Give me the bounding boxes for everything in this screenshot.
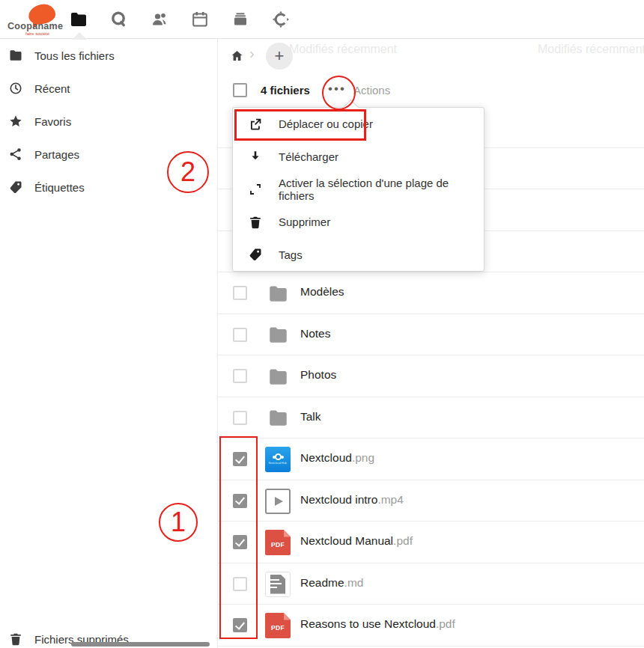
text-line bbox=[270, 587, 277, 589]
selected-count-label: 4 fichiers bbox=[261, 84, 310, 97]
file-row[interactable]: Nextcloud HubNextcloud.png bbox=[218, 438, 644, 480]
text-line bbox=[270, 579, 279, 581]
file-row[interactable]: Notes bbox=[218, 314, 644, 356]
file-checkbox[interactable] bbox=[233, 452, 247, 466]
tag-icon bbox=[249, 248, 262, 261]
file-row[interactable]: PDFReasons to use Nextcloud.pdf bbox=[218, 605, 644, 647]
sidebar-item-favoris[interactable]: Favoris bbox=[0, 105, 217, 138]
select-all-checkbox[interactable] bbox=[233, 83, 247, 97]
range-select-icon bbox=[249, 183, 262, 196]
folder-icon bbox=[9, 49, 22, 62]
breadcrumb-chevron-icon: › bbox=[249, 45, 255, 62]
clock-icon bbox=[9, 82, 22, 95]
menu-item-move-copy[interactable]: Déplacer ou copier bbox=[233, 108, 484, 141]
horizontal-scrollbar[interactable] bbox=[71, 642, 210, 647]
sidebar-item-label: Favoris bbox=[34, 115, 71, 128]
file-checkbox[interactable] bbox=[233, 618, 247, 632]
file-checkbox[interactable] bbox=[233, 369, 247, 383]
trash-icon bbox=[249, 216, 262, 229]
file-name[interactable]: Notes bbox=[300, 327, 331, 340]
coopaname-logo[interactable]: Coopaname faire société bbox=[6, 1, 66, 37]
sidebar-item-tous-les-fichiers[interactable]: Tous les fichiers bbox=[0, 39, 217, 72]
sidebar-item-label: Tous les fichiers bbox=[34, 49, 115, 62]
file-icon bbox=[264, 405, 291, 432]
file-checkbox[interactable] bbox=[233, 535, 247, 549]
file-icon bbox=[264, 280, 291, 307]
sidebar-item--tiquettes[interactable]: Étiquettes bbox=[0, 171, 217, 204]
logo-tagline: faire société bbox=[25, 31, 49, 36]
file-name[interactable]: Photos bbox=[300, 368, 336, 382]
menu-item-label: Tags bbox=[279, 248, 303, 261]
plus-icon: + bbox=[275, 46, 285, 66]
menu-item-tag[interactable]: Tags bbox=[233, 238, 484, 271]
top-app-bar: Coopaname faire société bbox=[0, 0, 644, 39]
ghost-section-header: Modifiés récemment bbox=[538, 43, 644, 56]
file-name-extension: .pdf bbox=[393, 534, 413, 547]
pdf-badge-text: PDF bbox=[271, 541, 285, 548]
file-row[interactable]: PDFNextcloud Manual.pdf bbox=[218, 522, 644, 563]
folder-icon bbox=[266, 325, 291, 345]
menu-item-trash[interactable]: Supprimer bbox=[233, 206, 484, 239]
video-file-icon bbox=[265, 489, 291, 514]
file-checkbox[interactable] bbox=[233, 411, 247, 425]
nextcloud-caption: Nextcloud Hub bbox=[269, 462, 287, 465]
pdf-badge-text: PDF bbox=[271, 624, 285, 632]
file-name[interactable]: Modèles bbox=[300, 285, 344, 299]
app-button-calendar[interactable] bbox=[180, 0, 220, 39]
files-main-view: › + Modifiés récemment Modifiés récemmen… bbox=[217, 39, 644, 648]
menu-item-label: Télécharger bbox=[279, 150, 338, 163]
sidebar-item-r-cent[interactable]: Récent bbox=[0, 72, 217, 105]
file-checkbox[interactable] bbox=[233, 328, 247, 342]
file-checkbox[interactable] bbox=[233, 494, 247, 508]
play-triangle-icon bbox=[275, 497, 283, 506]
file-name-extension: .pdf bbox=[436, 617, 455, 630]
file-name-base: Nextcloud Manual bbox=[300, 534, 393, 547]
file-row[interactable]: Photos bbox=[218, 355, 644, 397]
menu-item-label: Supprimer bbox=[279, 216, 330, 228]
star-icon bbox=[9, 114, 22, 128]
app-navigation-bar bbox=[58, 0, 301, 39]
file-icon: PDF bbox=[264, 612, 291, 639]
file-name[interactable]: Nextcloud Manual.pdf bbox=[300, 534, 413, 548]
folder-icon bbox=[266, 408, 291, 428]
file-name-extension: .md bbox=[344, 576, 364, 589]
actions-label[interactable]: Actions bbox=[353, 84, 390, 97]
logo-brand-text: Coopaname bbox=[7, 21, 63, 31]
document-glyph bbox=[270, 575, 285, 594]
ghost-section-header: Modifiés récemment bbox=[289, 43, 397, 56]
file-name[interactable]: Talk bbox=[300, 410, 321, 424]
download-icon bbox=[249, 150, 262, 163]
file-row[interactable]: Readme.md bbox=[218, 563, 644, 605]
app-button-deck[interactable] bbox=[220, 0, 261, 39]
file-checkbox[interactable] bbox=[233, 286, 247, 300]
file-name-base: Talk bbox=[300, 410, 321, 423]
file-name[interactable]: Nextcloud intro.mp4 bbox=[300, 493, 404, 507]
pdf-fold-corner bbox=[284, 613, 291, 620]
menu-item-download[interactable]: Télécharger bbox=[233, 141, 484, 174]
tag-icon bbox=[9, 180, 22, 194]
file-name[interactable]: Nextcloud.png bbox=[300, 451, 374, 465]
file-row[interactable]: Nextcloud intro.mp4 bbox=[218, 480, 644, 522]
file-checkbox[interactable] bbox=[233, 577, 247, 591]
file-icon bbox=[264, 363, 291, 390]
file-icon bbox=[264, 322, 291, 349]
file-icon: PDF bbox=[264, 529, 291, 556]
file-row[interactable]: Modèles bbox=[218, 272, 644, 314]
file-row[interactable]: Talk bbox=[218, 397, 644, 439]
sidebar-item-partages[interactable]: Partages bbox=[0, 138, 217, 171]
file-name[interactable]: Reasons to use Nextcloud.pdf bbox=[300, 617, 455, 631]
menu-item-range-select[interactable]: Activer la sélection d'une plage de fich… bbox=[233, 173, 484, 206]
file-name[interactable]: Readme.md bbox=[300, 576, 363, 590]
app-button-search[interactable] bbox=[99, 0, 139, 39]
breadcrumb-home-icon[interactable] bbox=[231, 49, 243, 62]
file-name-base: Modèles bbox=[300, 285, 344, 298]
active-app-caret bbox=[72, 32, 87, 40]
files-sidebar: Tous les fichiersRécentFavorisPartagesÉt… bbox=[0, 39, 217, 648]
selection-summary-row: 4 fichiers ••• Actions bbox=[218, 73, 644, 106]
app-button-contacts[interactable] bbox=[139, 0, 180, 39]
app-button-circles[interactable] bbox=[261, 0, 301, 39]
folder-icon bbox=[266, 284, 291, 304]
actions-menu-button[interactable]: ••• bbox=[328, 82, 346, 97]
sidebar-item-label: Récent bbox=[34, 82, 70, 95]
menu-item-label: Déplacer ou copier bbox=[279, 117, 373, 130]
